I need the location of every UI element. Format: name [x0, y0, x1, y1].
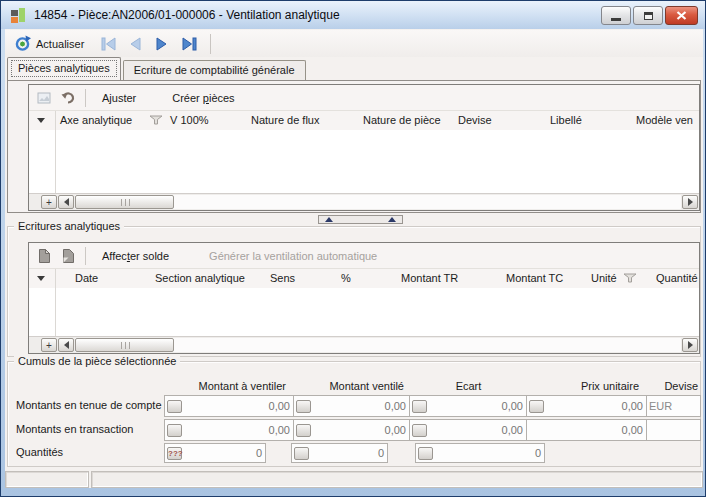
scroll-left-button[interactable] [58, 195, 74, 209]
column-devise[interactable]: Devise [458, 114, 492, 126]
close-button[interactable] [665, 6, 698, 25]
column-axe-analytique[interactable]: Axe analytique [60, 114, 132, 126]
column-quantite[interactable]: Quantité [656, 272, 698, 284]
column-pourcentage[interactable]: % [341, 272, 351, 284]
row-label-transaction: Montants en transaction [16, 423, 133, 435]
unknown-quantity-button[interactable]: ??? [167, 447, 182, 460]
refresh-label: Actualiser [36, 38, 84, 50]
generer-ventilation-button[interactable]: Générer la ventilation automatique [209, 250, 377, 262]
quantites-cell-2: 0 [291, 443, 388, 463]
right-arrow-icon [688, 198, 693, 206]
first-record-button[interactable] [97, 34, 119, 54]
column-nature-flux[interactable]: Nature de flux [251, 114, 319, 126]
undo-icon[interactable] [59, 89, 77, 107]
cumuls-column-devise: Devise [647, 380, 700, 392]
affecter-solde-button[interactable]: Affecter solde [102, 250, 169, 262]
quantites-cell-3: 0 [415, 443, 545, 463]
app-window: 14854 - Pièce:AN2006/01-000006 - Ventila… [0, 0, 706, 497]
detail-button[interactable] [167, 424, 182, 437]
column-montant-tc[interactable]: Montant TC [506, 272, 563, 284]
scroll-left-button[interactable] [58, 338, 74, 352]
column-section-analytique[interactable]: Section analytique [155, 272, 245, 284]
column-sens[interactable]: Sens [270, 272, 295, 284]
column-nature-piece[interactable]: Nature de pièce [363, 114, 441, 126]
column-montant-tr[interactable]: Montant TR [401, 272, 458, 284]
creer-pieces-pre: Créer [172, 92, 203, 104]
detail-button[interactable] [294, 447, 309, 460]
right-arrow-icon [688, 341, 693, 349]
detail-button[interactable] [529, 400, 544, 413]
filter-funnel-icon[interactable] [149, 115, 163, 127]
tab-page-pieces: Ajuster Créer pièces Axe analytique V 10… [7, 80, 701, 213]
add-row-button[interactable]: + [41, 338, 57, 352]
cumuls-column-montant-a-ventiler: Montant à ventiler [165, 380, 294, 392]
titlebar[interactable]: 14854 - Pièce:AN2006/01-000006 - Ventila… [1, 1, 705, 29]
detail-button[interactable] [412, 400, 427, 413]
cumuls-row-tenue: 0,00 0,00 0,00 0,00 EUR [164, 395, 701, 417]
status-bar [5, 471, 703, 488]
scrollbar-thumb[interactable] [75, 338, 174, 352]
pieces-grid-hscrollbar: + [29, 193, 699, 210]
detail-button[interactable] [296, 400, 311, 413]
quantites-montant-a-ventiler: 0 [182, 447, 265, 459]
main-toolbar: Actualiser [5, 30, 703, 57]
column-date[interactable]: Date [75, 272, 98, 284]
detail-button[interactable] [418, 447, 433, 460]
detail-button[interactable] [412, 424, 427, 437]
validate-icon[interactable] [35, 89, 53, 107]
ecritures-grid: Affecter solde Générer la ventilation au… [28, 242, 700, 354]
scroll-right-button[interactable] [682, 195, 698, 209]
refresh-icon [14, 35, 31, 52]
document-arrow-icon[interactable] [59, 247, 77, 265]
cumuls-groupbox: Cumuls de la pièce sélectionnée Montant … [7, 361, 701, 467]
column-libelle[interactable]: Libellé [550, 114, 582, 126]
column-unite[interactable]: Unité [591, 272, 617, 284]
next-record-button[interactable] [151, 34, 173, 54]
transaction-montant-ventile: 0,00 [311, 424, 409, 436]
toolbar-separator [210, 34, 211, 54]
tenue-devise: EUR [647, 400, 672, 412]
app-icon [10, 7, 26, 23]
status-panel-main [91, 471, 703, 488]
cumuls-column-ecart: Ecart [410, 380, 527, 392]
ecritures-group-label: Ecritures analytiques [14, 220, 124, 232]
ecritures-grid-toolbar: Affecter solde Générer la ventilation au… [29, 243, 699, 269]
row-label-tenue-de-compte: Montants en tenue de compte [16, 399, 162, 411]
pieces-grid: Ajuster Créer pièces Axe analytique V 10… [28, 84, 700, 211]
collapse-up-icon[interactable] [325, 217, 333, 222]
minimize-button[interactable] [601, 6, 631, 25]
pieces-grid-toolbar: Ajuster Créer pièces [29, 85, 699, 111]
creer-pieces-button[interactable]: Créer pièces [172, 92, 234, 104]
row-selector-dropdown-icon[interactable] [37, 118, 45, 123]
quantites-ecart: 0 [433, 447, 544, 459]
close-icon [676, 11, 687, 20]
column-v100[interactable]: V 100% [170, 114, 209, 126]
tab-ecriture-comptabilite[interactable]: Ecriture de comptabilité générale [123, 60, 306, 80]
detail-button[interactable] [296, 424, 311, 437]
ecritures-grid-hscrollbar: + [29, 336, 699, 353]
filter-funnel-icon[interactable] [623, 273, 637, 285]
detail-button[interactable] [167, 400, 182, 413]
quantites-montant-ventile: 0 [309, 447, 387, 459]
previous-record-button[interactable] [124, 34, 146, 54]
restore-button[interactable] [633, 6, 663, 25]
collapse-up-icon[interactable] [388, 217, 396, 222]
scroll-right-button[interactable] [682, 338, 698, 352]
transaction-prix-unitaire: 0,00 [527, 424, 646, 436]
previous-record-icon [128, 37, 142, 51]
restore-icon [644, 12, 653, 20]
column-modele-ventilation[interactable]: Modèle ven [636, 114, 693, 126]
splitter-bar[interactable] [318, 215, 403, 224]
refresh-button[interactable]: Actualiser [9, 33, 89, 54]
document-icon[interactable] [35, 247, 53, 265]
scrollbar-thumb[interactable] [75, 195, 174, 209]
pieces-grid-header: Axe analytique V 100% Nature de flux Nat… [29, 111, 699, 130]
row-selector-dropdown-icon[interactable] [37, 276, 45, 281]
ecritures-groupbox: Ecritures analytiques [7, 226, 701, 357]
first-record-icon [100, 37, 117, 51]
last-record-button[interactable] [178, 34, 200, 54]
ajuster-button[interactable]: Ajuster [102, 92, 136, 104]
tab-pieces-analytiques[interactable]: Pièces analytiques [7, 57, 121, 80]
tab-ecriture-label: Ecriture de comptabilité générale [134, 64, 295, 76]
add-row-button[interactable]: + [41, 195, 57, 209]
